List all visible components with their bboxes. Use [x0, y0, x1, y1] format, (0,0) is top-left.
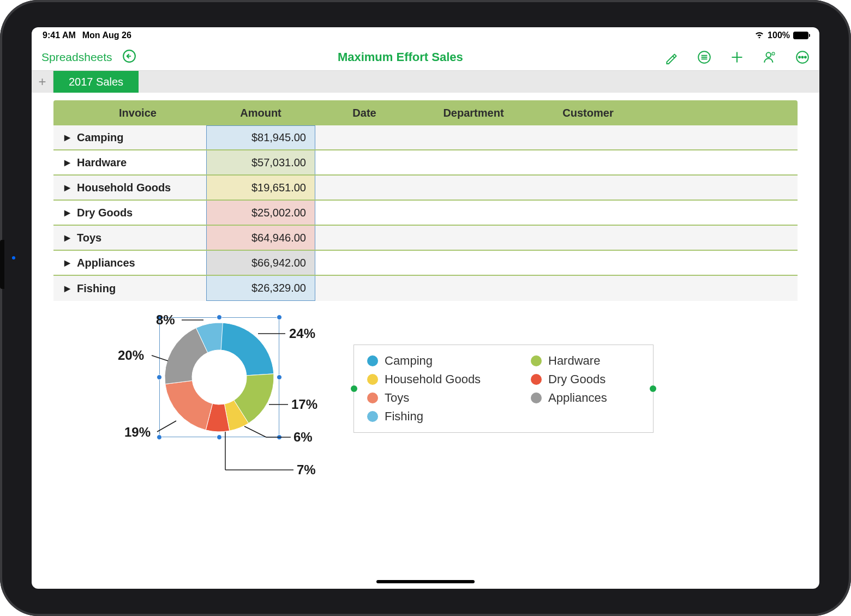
battery-icon: [793, 32, 808, 39]
status-bar: 9:41 AM Mon Aug 26 100%: [32, 27, 819, 44]
disclosure-triangle-icon[interactable]: ▶: [64, 158, 70, 167]
col-amount[interactable]: Amount: [206, 107, 315, 119]
status-date: Mon Aug 26: [82, 31, 131, 40]
sheet-tab-active[interactable]: 2017 Sales: [53, 71, 139, 93]
table-row[interactable]: ▶Camping$81,945.00: [53, 125, 798, 150]
status-time: 9:41 AM: [43, 31, 76, 40]
legend-item[interactable]: Dry Goods: [531, 372, 640, 386]
legend-swatch: [367, 355, 378, 366]
category-label: Household Goods: [77, 182, 171, 194]
legend-resize-handle[interactable]: [351, 385, 357, 392]
legend-item[interactable]: Fishing: [367, 409, 525, 424]
category-cell[interactable]: ▶Household Goods: [64, 182, 206, 194]
category-label: Dry Goods: [77, 207, 133, 219]
collaborate-icon[interactable]: [763, 50, 777, 64]
insert-button[interactable]: [730, 50, 744, 64]
toolbar-actions: [664, 50, 810, 64]
amount-cell[interactable]: $64,946.00: [206, 226, 315, 250]
toolbar: Spreadsheets Maximum Effort Sales: [32, 44, 819, 71]
legend-label: Hardware: [548, 354, 600, 368]
battery-percent: 100%: [768, 31, 790, 40]
table-header-row: Invoice Amount Date Department Customer: [53, 100, 798, 125]
format-paintbrush-icon[interactable]: [664, 50, 679, 64]
amount-cell[interactable]: $66,942.00: [206, 251, 315, 275]
svg-point-7: [805, 56, 806, 58]
disclosure-triangle-icon[interactable]: ▶: [64, 284, 70, 293]
amount-cell[interactable]: $26,329.00: [206, 276, 315, 301]
category-cell[interactable]: ▶Fishing: [64, 282, 206, 295]
donut-chart[interactable]: 24% 17% 6% 7% 19% 20% 8%: [103, 312, 321, 497]
amount-cell[interactable]: $19,651.00: [206, 176, 315, 200]
table-row[interactable]: ▶Toys$64,946.00: [53, 226, 798, 251]
svg-point-2: [766, 52, 771, 57]
add-sheet-button[interactable]: +: [32, 71, 53, 93]
amount-cell[interactable]: $25,002.00: [206, 201, 315, 225]
screen: 9:41 AM Mon Aug 26 100% Spreadsheets Max…: [32, 27, 819, 589]
legend-swatch: [367, 374, 378, 385]
col-invoice[interactable]: Invoice: [64, 107, 206, 119]
disclosure-triangle-icon[interactable]: ▶: [64, 258, 70, 267]
category-label: Fishing: [77, 282, 116, 295]
sales-table[interactable]: Invoice Amount Date Department Customer …: [53, 100, 798, 301]
category-label: Appliances: [77, 257, 135, 269]
legend-swatch: [531, 392, 542, 403]
table-row[interactable]: ▶Hardware$57,031.00: [53, 150, 798, 176]
disclosure-triangle-icon[interactable]: ▶: [64, 233, 70, 242]
format-menu-icon[interactable]: [697, 50, 711, 64]
callout-fishing: 8%: [156, 312, 175, 328]
undo-button[interactable]: [122, 49, 136, 65]
legend-item[interactable]: Hardware: [531, 354, 640, 368]
category-cell[interactable]: ▶Camping: [64, 131, 206, 144]
svg-line-10: [244, 426, 266, 437]
legend-item[interactable]: Camping: [367, 354, 525, 368]
disclosure-triangle-icon[interactable]: ▶: [64, 208, 70, 217]
device-side-button: [0, 240, 4, 289]
legend-label: Camping: [385, 354, 433, 368]
table-row[interactable]: ▶Fishing$26,329.00: [53, 276, 798, 301]
legend-item[interactable]: Toys: [367, 391, 525, 405]
col-date[interactable]: Date: [315, 107, 413, 119]
home-indicator[interactable]: [376, 580, 475, 583]
legend-resize-handle[interactable]: [650, 385, 656, 392]
legend-item[interactable]: Appliances: [531, 391, 640, 405]
legend-swatch: [531, 355, 542, 366]
svg-point-5: [799, 56, 800, 58]
chart-legend[interactable]: CampingHardwareHousehold GoodsDry GoodsT…: [353, 345, 654, 433]
legend-swatch: [367, 411, 378, 422]
svg-line-14: [157, 421, 176, 432]
back-button[interactable]: Spreadsheets: [41, 51, 112, 64]
category-cell[interactable]: ▶Hardware: [64, 156, 206, 169]
ipad-frame: 9:41 AM Mon Aug 26 100% Spreadsheets Max…: [0, 0, 851, 616]
disclosure-triangle-icon[interactable]: ▶: [64, 133, 70, 142]
callout-drygoods: 7%: [297, 462, 316, 478]
callout-appliances: 20%: [118, 348, 144, 363]
category-cell[interactable]: ▶Appliances: [64, 257, 206, 269]
table-row[interactable]: ▶Appliances$66,942.00: [53, 251, 798, 276]
spreadsheet-canvas[interactable]: Invoice Amount Date Department Customer …: [32, 100, 819, 497]
document-title[interactable]: Maximum Effort Sales: [136, 50, 664, 64]
table-row[interactable]: ▶Dry Goods$25,002.00: [53, 201, 798, 226]
category-label: Toys: [77, 232, 101, 244]
col-customer[interactable]: Customer: [534, 107, 643, 119]
category-cell[interactable]: ▶Dry Goods: [64, 207, 206, 219]
disclosure-triangle-icon[interactable]: ▶: [64, 183, 70, 192]
table-row[interactable]: ▶Household Goods$19,651.00: [53, 176, 798, 201]
more-menu-icon[interactable]: [795, 50, 810, 64]
device-indicator-dot: [12, 256, 15, 259]
category-cell[interactable]: ▶Toys: [64, 232, 206, 244]
legend-label: Fishing: [385, 409, 423, 424]
col-department[interactable]: Department: [413, 107, 534, 119]
callout-camping: 24%: [289, 326, 315, 341]
callout-hardware: 17%: [291, 397, 317, 412]
legend-label: Dry Goods: [548, 372, 606, 386]
amount-cell[interactable]: $57,031.00: [206, 150, 315, 174]
legend-label: Household Goods: [385, 372, 481, 386]
category-label: Camping: [77, 131, 124, 144]
category-label: Hardware: [77, 156, 127, 169]
amount-cell[interactable]: $81,945.00: [206, 125, 315, 149]
sheet-tab-strip: + 2017 Sales: [32, 71, 819, 93]
legend-item[interactable]: Household Goods: [367, 372, 525, 386]
callout-household: 6%: [293, 430, 313, 445]
legend-label: Appliances: [548, 391, 607, 405]
legend-swatch: [531, 374, 542, 385]
